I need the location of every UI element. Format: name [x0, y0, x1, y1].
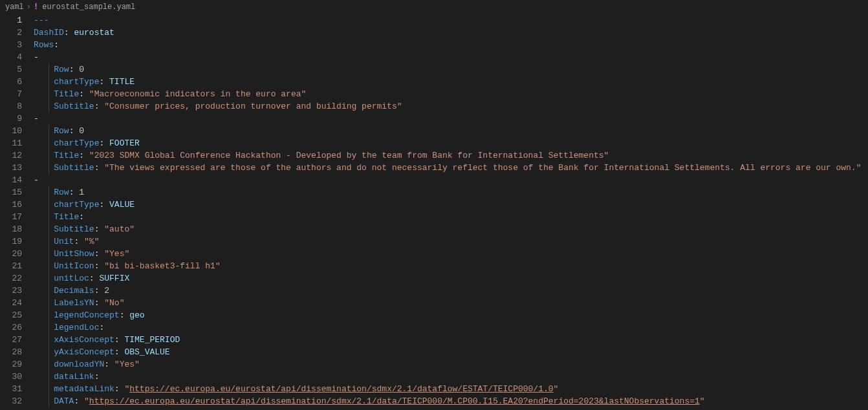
line-number[interactable]: 25 — [0, 309, 22, 321]
indent-guide — [49, 223, 49, 235]
line-number[interactable]: 30 — [0, 371, 22, 383]
code-line[interactable]: DATA: "https://ec.europa.eu/eurostat/api… — [34, 395, 868, 407]
code-line[interactable]: chartType: TITLE — [34, 76, 868, 88]
line-number[interactable]: 9 — [0, 113, 22, 125]
code-line[interactable]: Subtitle: "auto" — [34, 223, 868, 235]
line-number[interactable]: 29 — [0, 358, 22, 371]
indent-guide — [49, 63, 49, 76]
line-number[interactable]: 11 — [0, 137, 22, 149]
code-token: legendLoc — [54, 323, 99, 332]
line-number[interactable]: 32 — [0, 395, 22, 407]
indent-guide — [49, 346, 49, 358]
code-token: : — [64, 28, 74, 38]
code-token: LabelsYN — [54, 298, 94, 308]
line-number[interactable]: 31 — [0, 383, 22, 395]
line-number[interactable]: 4 — [0, 51, 22, 63]
code-token: : — [94, 372, 100, 382]
code-token: " — [700, 396, 705, 406]
code-area[interactable]: ---DashID: eurostatRows:- Row: 0 chartTy… — [34, 14, 868, 410]
line-number[interactable]: 26 — [0, 321, 22, 334]
line-number[interactable]: 16 — [0, 199, 22, 211]
code-line[interactable]: LabelsYN: "No" — [34, 297, 868, 309]
code-line[interactable]: dataLink: — [34, 371, 868, 383]
code-line[interactable]: xAxisConcept: TIME_PERIOD — [34, 334, 868, 346]
code-line[interactable]: Unit: "%" — [34, 235, 868, 248]
code-line[interactable]: Subtitle: "The views expressed are those… — [34, 162, 868, 174]
line-number[interactable]: 23 — [0, 285, 22, 297]
code-token: Title — [54, 89, 79, 99]
code-line[interactable]: yAxisConcept: OBS_VALUE — [34, 346, 868, 358]
code-line[interactable]: Title: "Macroeconomic indicators in the … — [34, 88, 868, 100]
breadcrumb[interactable]: yaml › ! eurostat_sample.yaml — [0, 0, 868, 14]
code-line[interactable]: DashID: eurostat — [34, 27, 868, 39]
line-number[interactable]: 21 — [0, 260, 22, 272]
indent-guide — [49, 199, 49, 211]
code-editor[interactable]: 1234567891011121314151617181920212223242… — [0, 14, 868, 410]
line-number[interactable]: 5 — [0, 63, 22, 76]
line-number[interactable]: 15 — [0, 186, 22, 199]
code-token: : — [69, 188, 80, 197]
indent-guide — [49, 211, 49, 223]
code-line[interactable]: --- — [34, 14, 868, 27]
code-line[interactable]: downloadYN: "Yes" — [34, 358, 868, 371]
line-number[interactable]: 2 — [0, 27, 22, 39]
breadcrumb-file[interactable]: eurostat_sample.yaml — [42, 3, 135, 12]
code-line[interactable]: Title: — [34, 211, 868, 223]
line-number[interactable]: 10 — [0, 125, 22, 137]
code-token: : — [94, 224, 105, 234]
line-number-gutter[interactable]: 1234567891011121314151617181920212223242… — [0, 14, 34, 410]
indent-guide — [49, 334, 49, 346]
code-token: : — [94, 298, 105, 308]
code-token: "No" — [104, 298, 124, 308]
code-line[interactable]: Title: "2023 SDMX Global Conference Hack… — [34, 149, 868, 162]
code-token: 0 — [79, 65, 84, 74]
code-line[interactable]: chartType: FOOTER — [34, 137, 868, 149]
code-token: chartType — [54, 138, 99, 148]
code-line[interactable]: chartType: VALUE — [34, 199, 868, 211]
code-token: "Yes" — [114, 360, 140, 369]
code-line[interactable]: Row: 0 — [34, 63, 868, 76]
code-line[interactable]: Subtitle: "Consumer prices, production t… — [34, 100, 868, 113]
code-line[interactable]: legendConcept: geo — [34, 309, 868, 321]
code-line[interactable]: - — [34, 113, 868, 125]
line-number[interactable]: 28 — [0, 346, 22, 358]
line-number[interactable]: 12 — [0, 149, 22, 162]
code-line[interactable]: legendLoc: — [34, 321, 868, 334]
code-token: TIME_PERIOD — [124, 335, 180, 345]
line-number[interactable]: 8 — [0, 100, 22, 113]
line-number[interactable]: 6 — [0, 76, 22, 88]
line-number[interactable]: 1 — [0, 14, 22, 27]
line-number[interactable]: 18 — [0, 223, 22, 235]
line-number[interactable]: 24 — [0, 297, 22, 309]
line-number[interactable]: 19 — [0, 235, 22, 248]
code-line[interactable]: Rows: — [34, 39, 868, 51]
code-token: 1 — [79, 188, 84, 197]
line-number[interactable]: 22 — [0, 272, 22, 285]
code-line[interactable]: Row: 0 — [34, 125, 868, 137]
code-line[interactable]: unitLoc: SUFFIX — [34, 272, 868, 285]
line-number[interactable]: 3 — [0, 39, 22, 51]
code-line[interactable]: metadataLink: "https://ec.europa.eu/euro… — [34, 383, 868, 395]
code-line[interactable]: - — [34, 51, 868, 63]
code-token: 0 — [79, 126, 84, 136]
indent-guide — [49, 383, 49, 395]
code-line[interactable]: Decimals: 2 — [34, 285, 868, 297]
line-number[interactable]: 27 — [0, 334, 22, 346]
code-line[interactable]: UnitIcon: "bi bi-basket3-fill h1" — [34, 260, 868, 272]
code-token: : — [99, 77, 109, 87]
code-token: legendConcept — [54, 310, 119, 320]
line-number[interactable]: 7 — [0, 88, 22, 100]
code-token: downloadYN — [54, 360, 104, 369]
code-line[interactable]: Row: 1 — [34, 186, 868, 199]
line-number[interactable]: 20 — [0, 248, 22, 260]
indent-guide — [49, 162, 49, 174]
breadcrumb-folder[interactable]: yaml — [5, 3, 24, 12]
code-token: Row — [54, 65, 69, 74]
code-token: - — [34, 114, 39, 124]
code-line[interactable]: UnitShow: "Yes" — [34, 248, 868, 260]
line-number[interactable]: 13 — [0, 162, 22, 174]
code-line[interactable]: - — [34, 174, 868, 186]
line-number[interactable]: 17 — [0, 211, 22, 223]
line-number[interactable]: 14 — [0, 174, 22, 186]
code-token: : — [94, 102, 105, 111]
